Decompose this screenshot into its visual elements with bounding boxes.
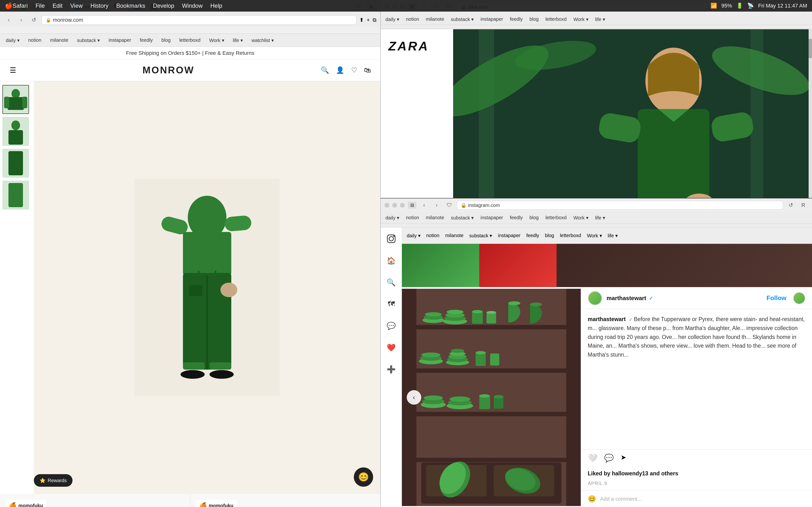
nav-link-instapaper[interactable]: instapaper — [108, 38, 131, 43]
ig-username[interactable]: marthastewart — [607, 295, 646, 301]
ig-story-2[interactable] — [479, 244, 557, 287]
ig-instapaper[interactable]: instapaper — [498, 233, 520, 238]
nav-link-watchlist[interactable]: watchlist ▾ — [252, 38, 274, 43]
ig-nav-milanote[interactable]: milanote — [426, 215, 444, 220]
ig-sidebar-messages[interactable]: 💬 — [385, 319, 398, 332]
post-prev-arrow[interactable]: ‹ — [407, 390, 421, 405]
chat-button[interactable]: 😊 — [354, 467, 373, 487]
menu-bookmarks[interactable]: Bookmarks — [116, 2, 145, 9]
ig-blog[interactable]: blog — [545, 233, 554, 238]
ig-life[interactable]: life ▾ — [608, 233, 618, 238]
tabs-overview[interactable]: ⧉ — [373, 17, 376, 23]
nav-link-blog[interactable]: blog — [161, 38, 170, 43]
nav-link-daily[interactable]: daily ▾ — [6, 38, 19, 43]
account-icon[interactable]: 👤 — [336, 66, 344, 74]
thumbnail-1[interactable] — [2, 85, 29, 114]
thumbnail-2[interactable] — [2, 117, 29, 146]
menu-window[interactable]: Window — [182, 2, 203, 9]
menu-file[interactable]: File — [36, 2, 45, 9]
ig-follow-button[interactable]: Follow — [767, 294, 786, 302]
ig-nav-life[interactable]: life ▾ — [595, 215, 605, 221]
ig-sidebar-logo[interactable] — [385, 232, 398, 245]
zara-nav-instapaper[interactable]: instapaper — [480, 16, 503, 22]
ig-nav-feedly[interactable]: feedly — [510, 215, 523, 220]
menu-help[interactable]: Help — [210, 2, 222, 9]
tl-close-ig[interactable] — [385, 203, 389, 208]
menu-history[interactable]: History — [90, 2, 108, 9]
nav-link-feedly[interactable]: feedly — [140, 38, 153, 43]
zara-nav-substack[interactable]: substack ▾ — [451, 16, 474, 22]
search-icon[interactable]: 🔍 — [321, 66, 329, 74]
zara-nav-daily[interactable]: daily ▾ — [386, 16, 399, 22]
ig-nav-instapaper[interactable]: instapaper — [480, 215, 503, 220]
zara-nav-life[interactable]: life ▾ — [595, 16, 605, 22]
address-box[interactable]: 🔒 monrow.com — [42, 15, 356, 24]
ig-sidebar-toggle[interactable]: ⊟ — [408, 202, 416, 209]
ig-nav-work[interactable]: Work ▾ — [573, 215, 589, 221]
ig-sidebar-create[interactable]: ➕ — [385, 362, 398, 376]
wishlist-icon[interactable]: ♡ — [351, 66, 357, 74]
menu-view[interactable]: View — [70, 2, 83, 9]
zara-nav-notion[interactable]: notion — [406, 16, 419, 22]
ig-notion[interactable]: notion — [426, 233, 440, 238]
ig-letterboxd[interactable]: letterboxd — [560, 233, 581, 238]
ig-back[interactable]: ‹ — [419, 201, 429, 210]
ig-sidebar-notifications[interactable]: ❤️ — [385, 341, 398, 354]
ig-work[interactable]: Work ▾ — [587, 233, 602, 238]
nav-link-letterboxd[interactable]: letterboxd — [179, 38, 201, 43]
refresh-btn[interactable]: ↺ — [29, 16, 39, 24]
nav-link-life[interactable]: life ▾ — [233, 38, 243, 43]
back-nav[interactable]: ‹ — [4, 16, 13, 24]
ig-comment-icon[interactable]: 💬 — [604, 453, 614, 463]
menu-safari[interactable]: Safari — [12, 2, 28, 9]
ig-story-3[interactable] — [557, 244, 812, 287]
ig-nav-daily[interactable]: daily ▾ — [386, 215, 399, 221]
share-icon[interactable]: ⬆ — [359, 17, 364, 23]
cart-icon[interactable]: 🛍 — [364, 66, 371, 74]
ig-nav-notion[interactable]: notion — [406, 215, 419, 220]
ig-nav-substack[interactable]: substack ▾ — [451, 215, 474, 221]
ig-sidebar-home[interactable]: 🏠 — [385, 254, 398, 267]
ig-refresh[interactable]: ↺ — [786, 201, 796, 210]
ig-comment-input[interactable] — [600, 496, 805, 502]
add-tab-icon[interactable]: + — [367, 17, 370, 23]
nav-link-work[interactable]: Work ▾ — [209, 38, 224, 43]
zara-nav-milanote[interactable]: milanote — [426, 16, 444, 22]
ig-smiley-icon[interactable]: 😊 — [588, 495, 596, 503]
ig-nav-blog[interactable]: blog — [529, 215, 539, 220]
tl-full-ig[interactable] — [400, 203, 405, 208]
scrollbar-thumb[interactable] — [809, 39, 812, 58]
nav-link-notion[interactable]: notion — [28, 38, 42, 43]
zara-nav-blog[interactable]: blog — [529, 16, 539, 22]
ig-daily[interactable]: daily ▾ — [407, 233, 420, 238]
ig-heart-icon[interactable]: 🤍 — [588, 453, 597, 463]
ig-sidebar-search[interactable]: 🔍 — [385, 276, 398, 289]
ig-shield[interactable]: 🛡 — [445, 201, 454, 210]
zara-nav-feedly[interactable]: feedly — [510, 16, 523, 22]
ig-address-box[interactable]: 🔒 instagram.com — [457, 201, 783, 210]
menu-edit[interactable]: Edit — [52, 2, 62, 9]
zara-nav-letterboxd[interactable]: letterboxd — [546, 16, 567, 22]
nav-link-substack[interactable]: substack ▾ — [77, 38, 100, 43]
thumbnail-3[interactable] — [2, 149, 29, 178]
ig-story-1[interactable] — [402, 244, 479, 287]
ig-sidebar-explore[interactable]: 🗺 — [385, 297, 398, 311]
menu-develop[interactable]: Develop — [153, 2, 174, 9]
zara-scrollbar[interactable] — [809, 29, 812, 198]
ig-substack[interactable]: substack ▾ — [469, 233, 492, 238]
ig-caption-username[interactable]: marthastewart — [588, 316, 626, 322]
nav-link-milanote[interactable]: milanote — [50, 38, 68, 43]
thumbnail-4[interactable] — [2, 181, 29, 210]
ig-forward[interactable]: › — [432, 201, 442, 210]
ig-feedly[interactable]: feedly — [526, 233, 539, 238]
forward-nav[interactable]: › — [16, 16, 26, 24]
ig-milanote[interactable]: milanote — [445, 233, 463, 238]
hamburger-menu[interactable]: ☰ — [10, 66, 16, 74]
zara-nav-work[interactable]: Work ▾ — [573, 16, 589, 22]
ig-nav-letterboxd[interactable]: letterboxd — [546, 215, 567, 220]
ig-reader[interactable]: R — [799, 201, 808, 210]
tl-min-ig[interactable] — [392, 203, 397, 208]
apple-logo[interactable]: 🍎 — [5, 2, 12, 10]
rewards-button[interactable]: ⭐ Rewards — [34, 474, 72, 487]
ig-share-icon[interactable]: ➤ — [621, 453, 626, 463]
